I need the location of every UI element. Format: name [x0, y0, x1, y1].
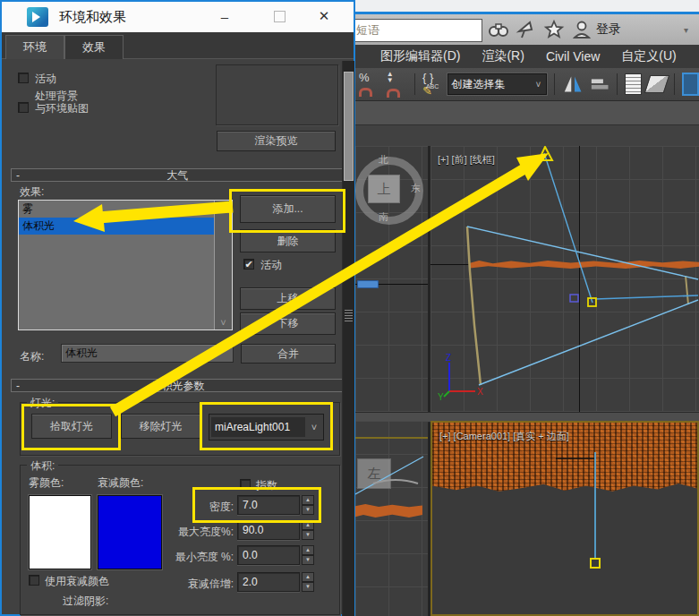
menu-rendering[interactable]: 渲染(R) — [482, 48, 524, 64]
terrain-cross-section — [470, 261, 699, 269]
menu-bar: 图形编辑器(D) 渲染(R) Civil View 自定义(U) — [354, 45, 699, 68]
name-label: 名称: — [20, 349, 44, 364]
highlight-density-field — [192, 487, 321, 523]
main-toolbar: % ▲▼ { }✎ABC 创建选择集 ˅ — [354, 68, 699, 100]
min-light-field[interactable]: 0.0 — [237, 545, 300, 565]
viewport-front-label[interactable]: [+] [前] [线框] — [438, 153, 495, 167]
percent-snap-button[interactable]: % — [359, 71, 381, 98]
search-binoculars-icon[interactable] — [488, 19, 509, 40]
viewport-bottom-left[interactable]: 左 — [355, 421, 428, 616]
highlight-add-button — [229, 189, 345, 233]
volume-light-rollout-header[interactable]: - 体积光参数 — [11, 379, 345, 392]
effect-active-checkbox[interactable]: ✔ — [243, 259, 254, 270]
magnet-icon — [359, 88, 372, 97]
axis-z-label: Z — [446, 353, 451, 363]
atten-mult-spinner[interactable]: ▲▼ — [302, 572, 314, 592]
tab-environment[interactable]: 环境 — [5, 35, 64, 59]
spinner-snap-button[interactable]: ▲▼ — [387, 71, 407, 98]
volume-group-label: 体积: — [27, 458, 58, 474]
menu-civil-view[interactable]: Civil View — [546, 49, 600, 64]
combo-arrow-icon: ˅ — [530, 80, 546, 90]
mirror-button[interactable] — [562, 74, 584, 94]
render-preview-button[interactable]: 渲染预览 — [217, 131, 336, 151]
toolbar-spacer-strip — [354, 100, 699, 125]
axis-x-label: X — [477, 387, 483, 397]
layer-manager-button[interactable] — [644, 75, 669, 93]
atten-mult-label: 衰减倍增: — [136, 577, 234, 592]
dialog-scrollbar-thumb[interactable] — [344, 72, 354, 181]
viewport-camera[interactable]: [+] [Camera001] [真实 + 边面] — [430, 421, 699, 616]
fog-color-swatch[interactable] — [29, 495, 91, 569]
axis-line-horizontal — [430, 264, 472, 265]
viewport-header-strip — [354, 124, 699, 147]
effects-list-item-volume-light[interactable]: 体积光 — [19, 218, 232, 235]
tab-effects[interactable]: 效果 — [64, 35, 124, 59]
active-label: 活动 — [35, 72, 56, 87]
highlight-pick-light-button — [21, 404, 121, 450]
named-selection-set-combo[interactable]: 创建选择集 ˅ — [448, 73, 548, 95]
min-light-label: 最小亮度 %: — [136, 550, 234, 565]
env-map-slot[interactable] — [216, 64, 338, 125]
communication-center-icon[interactable] — [516, 19, 537, 40]
dialog-tabbar: 环境 效果 — [2, 32, 354, 59]
align-button[interactable] — [590, 75, 609, 93]
effects-list[interactable]: 雾 体积光 ˄ ˅ — [18, 200, 233, 330]
active-checkbox[interactable] — [18, 73, 29, 83]
viewcube-south-label: 南 — [379, 210, 388, 224]
minimize-button[interactable]: – — [209, 2, 240, 30]
effects-list-item-fog[interactable]: 雾 — [19, 201, 232, 218]
highlight-light-combo — [200, 402, 333, 450]
dialog-title: 环境和效果 — [59, 9, 126, 26]
viewcube-left-face[interactable]: 左 — [357, 458, 391, 489]
dialog-titlebar[interactable]: 环境和效果 – ✕ — [2, 2, 354, 32]
viewcube-east-label: 东 — [411, 182, 421, 195]
close-button[interactable]: ✕ — [309, 2, 339, 30]
viewcube-north-label: 北 — [379, 153, 388, 167]
atmosphere-rollout-header[interactable]: - 大气 — [11, 168, 345, 182]
effects-label: 效果: — [20, 184, 44, 200]
toolbar-separator — [617, 73, 618, 95]
user-login-icon[interactable] — [571, 19, 592, 40]
move-down-button[interactable]: 下移 — [240, 312, 336, 335]
window-top-strip — [354, 0, 699, 14]
min-light-spinner[interactable]: ▲▼ — [302, 545, 314, 565]
toolbar-separator — [414, 73, 415, 95]
atten-mult-field[interactable]: 2.0 — [237, 572, 300, 592]
scroll-down-icon[interactable]: ˅ — [215, 317, 232, 328]
edit-named-selections-button[interactable]: { }✎ABC — [422, 71, 442, 98]
remove-light-button[interactable]: 移除灯光 — [121, 414, 200, 439]
toolbar-separator — [554, 73, 555, 95]
viewport-border-line — [355, 437, 428, 439]
viewport-camera-label[interactable]: [+] [Camera001] [真实 + 边面] — [439, 430, 569, 443]
max-light-field[interactable]: 90.0 — [237, 520, 300, 540]
botleft-scene-lines — [355, 421, 428, 616]
dialog-scrollbar[interactable] — [342, 61, 354, 616]
max-light-spinner[interactable]: ▲▼ — [302, 520, 314, 540]
process-bg-checkbox[interactable] — [18, 102, 29, 113]
dialog-scrollbar-grip[interactable] — [345, 310, 353, 322]
merge-button[interactable]: 合并 — [241, 344, 336, 364]
viewcube-top-face[interactable]: 上 — [368, 175, 400, 203]
use-attenuation-checkbox[interactable] — [29, 575, 39, 586]
info-center-bar: 短语 登录 ▾ — [354, 14, 699, 45]
favorites-star-icon[interactable] — [543, 19, 565, 40]
use-attenuation-label: 使用衰减颜色 — [45, 574, 109, 589]
login-label[interactable]: 登录 — [596, 21, 621, 38]
ribbon-toggle-button[interactable] — [682, 73, 699, 96]
attenuation-color-label: 衰减颜色: — [98, 475, 143, 491]
menu-customize[interactable]: 自定义(U) — [621, 48, 676, 64]
max-light-label: 最大亮度%: — [136, 525, 234, 540]
max-logo-icon — [27, 7, 48, 27]
login-caret-icon[interactable]: ▾ — [684, 25, 688, 35]
move-up-button[interactable]: 上移 — [240, 287, 336, 310]
viewport-top-left[interactable]: 上 北 东 南 — [355, 146, 428, 412]
maximize-button[interactable] — [264, 2, 294, 30]
name-field[interactable]: 体积光 — [61, 344, 234, 363]
camera-object-icon[interactable] — [357, 280, 379, 288]
toolbar-separator — [674, 73, 675, 95]
menu-graph-editors[interactable]: 图形编辑器(D) — [380, 48, 460, 64]
maximize-icon — [274, 11, 286, 22]
viewport-front[interactable]: [+] [前] [线框] Z X Y — [430, 146, 699, 412]
scene-explorer-button[interactable] — [625, 73, 642, 95]
search-input[interactable]: 短语 — [354, 19, 482, 42]
